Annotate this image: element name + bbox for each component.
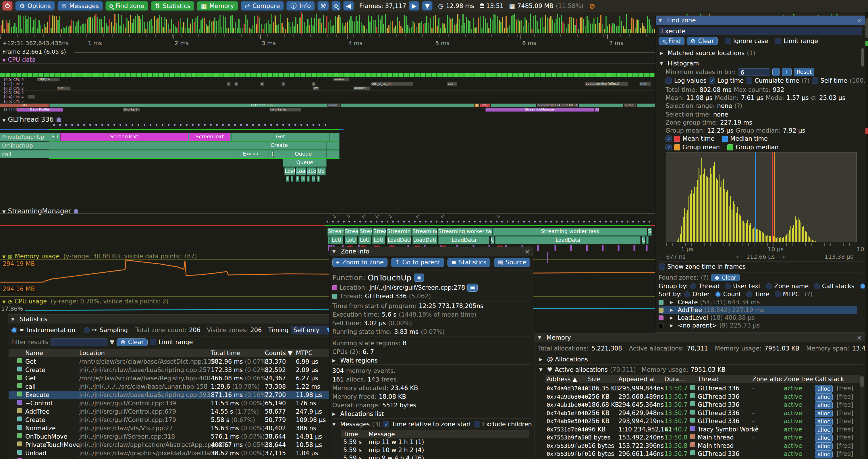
zone-bar[interactable]: c xyxy=(235,82,238,86)
zone-bar[interactable]: audio: xyxy=(328,104,341,107)
zone-bar[interactable]: | xyxy=(291,176,293,182)
zone-bar[interactable]: StreamingManager xyxy=(486,108,595,112)
zone-bar[interactable]: Ti xyxy=(474,104,479,107)
legend-checkbox[interactable] xyxy=(665,135,672,142)
alloc-callstack-button[interactable]: alloc xyxy=(815,434,833,442)
column-header[interactable]: Thread xyxy=(698,376,719,383)
self-time-checkbox[interactable] xyxy=(812,77,818,84)
zone-bar[interactable]: Get xyxy=(231,133,330,141)
table-row[interactable]: PrivateTouchMovejni/../jni/src/claw/appl… xyxy=(9,441,338,449)
zone-bar[interactable]: S! xyxy=(51,133,56,141)
table-row[interactable]: 0x7531d7b04096 KB1:10 234,952,16112:40.7… xyxy=(545,425,862,433)
zone-bar[interactable]: Tra( xyxy=(480,104,490,107)
cpu-usage-header[interactable]: ▼◔CPU usage (y-range: 0.78%, visible dat… xyxy=(2,298,168,305)
message-row[interactable]: 5.59 smip 9 w 4 h 4 (16) xyxy=(341,454,529,459)
alloc-callstack-button[interactable]: alloc xyxy=(815,418,833,426)
table-row[interactable]: OnRedrawjni/../jni/src/claw/application/… xyxy=(9,458,338,459)
zone-bar[interactable]: LoU xyxy=(372,236,385,244)
find-zone-query-input[interactable]: Execute xyxy=(659,27,862,35)
find-zone-scrollbar[interactable] xyxy=(861,48,864,67)
zone-bar[interactable] xyxy=(579,104,623,107)
alloc-callstack-button[interactable]: alloc xyxy=(815,393,833,401)
glthread-header[interactable]: ▼GLThread 336 xyxy=(2,116,61,123)
close-icon[interactable]: × xyxy=(857,17,862,24)
radio-thread[interactable] xyxy=(690,283,696,289)
zone-bar[interactable]: |~ xyxy=(301,176,305,182)
zone-bar[interactable]: audiose xyxy=(353,87,370,90)
options-button[interactable]: ⚙Options xyxy=(15,1,55,11)
find-button[interactable]: Find xyxy=(659,37,684,45)
zone-bar[interactable]: Up xyxy=(316,167,326,175)
radio-order[interactable] xyxy=(684,291,690,297)
cumulate-time-checkbox[interactable] xyxy=(746,77,752,84)
zone-bar[interactable]: auc xyxy=(57,87,71,90)
column-header[interactable]: MTPC xyxy=(296,350,312,357)
active-allocations-section[interactable]: ▼♥ Active allocations(70,311) Memory usa… xyxy=(539,366,725,373)
zone-bar[interactable]: audio.service (effect) xyxy=(585,82,628,86)
zone-bar[interactable]: Strean xyxy=(328,228,344,236)
alloc-callstack-button[interactable]: alloc xyxy=(815,385,833,393)
exclude-children-checkbox[interactable] xyxy=(474,421,480,427)
zone-bar[interactable]: C8(0)Os xyxy=(37,78,60,81)
column-header[interactable]: Name xyxy=(25,350,43,357)
alloc-callstack-button[interactable]: alloc xyxy=(815,409,833,418)
found-zone-row[interactable]: ▶AddTree(18,542) 227.19 ms xyxy=(659,306,857,314)
legend-checkbox[interactable] xyxy=(665,144,672,151)
go-to-parent-button[interactable]: ↑Go to parent xyxy=(391,258,444,267)
memory-table-header[interactable]: Address ▲SizeAppeared atDura…ThreadZone … xyxy=(545,375,861,383)
ignore-case-checkbox[interactable] xyxy=(725,38,731,44)
matched-source-locations[interactable]: ▶Matched source locations(1) xyxy=(660,50,755,57)
allocations-section[interactable]: ▶@ Allocations xyxy=(539,356,588,363)
table-row[interactable]: ~Controljni/../jni/src/guif/Control.cpp:… xyxy=(9,399,338,407)
zone-bar[interactable]: audios xyxy=(333,78,349,81)
table-row[interactable]: Get/mnt/e/claw/src/claw/base/Registry.hp… xyxy=(9,374,338,383)
table-row[interactable]: 0x74a9d37040186.35 KB295,999,844ns13:50.… xyxy=(545,384,862,392)
zone-bar[interactable] xyxy=(646,236,649,244)
column-header[interactable]: Total time xyxy=(211,350,240,357)
zoom-to-zone-button[interactable]: ⌖Zoom to zone xyxy=(332,258,388,267)
table-row[interactable]: 0x74a9d68040256 KB295,668,489ns13:50.7GL… xyxy=(545,393,862,401)
statistics-button[interactable]: ≡Statistics xyxy=(447,258,490,267)
radio-count[interactable] xyxy=(715,291,721,297)
prev-frame-button[interactable]: ◀ xyxy=(343,1,354,11)
find-zone-titlebar[interactable]: ▼Find zone× xyxy=(656,16,865,25)
table-row[interactable]: calljni/../jni/../../../src/claw/base/Lu… xyxy=(9,383,338,391)
frame-dropdown-button[interactable]: ▼ xyxy=(422,1,433,11)
table-row[interactable]: 0x7553b9fbf016 bytes296,661,146ns13:50.7… xyxy=(545,450,862,458)
zone-bar[interactable]: LoadData xyxy=(495,236,641,244)
memory-button[interactable]: ▦Memory xyxy=(197,1,238,11)
funnel-icon[interactable]: ▼ xyxy=(110,339,114,346)
table-row[interactable]: 0x7553b9fa508 bytes153,492,240ns13:50.8M… xyxy=(545,433,862,441)
decrease-button[interactable]: - xyxy=(772,68,779,76)
compare-button[interactable]: ⇄Compare xyxy=(241,1,284,11)
zone-info-titlebar[interactable]: ▼Zone info× xyxy=(330,247,533,256)
zone-bar[interactable]: LoaU xyxy=(296,167,306,175)
log-time-checkbox[interactable] xyxy=(709,77,715,84)
instrumentation-radio[interactable] xyxy=(11,327,17,333)
zone-bar[interactable]: ( xyxy=(307,176,310,182)
zone-bar[interactable]: Strea xyxy=(359,228,373,236)
source-button[interactable]: ▤Source xyxy=(494,258,530,267)
column-header[interactable]: Zone alloc xyxy=(752,376,783,383)
radio-zone-name[interactable] xyxy=(766,283,772,289)
zone-bar[interactable]: LoadDaU xyxy=(412,236,437,244)
column-header[interactable]: Appeared at xyxy=(618,376,655,383)
copy-icon[interactable]: ▣ xyxy=(414,273,424,282)
next-frame-button[interactable]: ▶ xyxy=(409,1,420,11)
zone-bar[interactable]: cds xyxy=(447,82,457,86)
zone-bar[interactable]: Tracy Profiler xyxy=(17,108,63,112)
zone-bar[interactable]: LoU xyxy=(345,236,357,244)
message-row[interactable]: 5.59 smip 10 w 2 h 2 (4) xyxy=(341,446,529,454)
zone-bar[interactable]: | xyxy=(317,176,320,182)
zone-bar[interactable]: Strea xyxy=(373,228,386,236)
copy-icon[interactable]: ▣ xyxy=(467,284,478,292)
clear-button[interactable]: ⊘Clear xyxy=(687,37,718,45)
zone-bar[interactable]: c xyxy=(312,82,316,86)
zone-bar[interactable]: ScreenText xyxy=(189,133,230,141)
zone-bar[interactable]: |~ xyxy=(312,176,315,182)
found-zone-row[interactable]: ▶<no parent>(9) 225.73 µs xyxy=(659,322,857,329)
alloc-callstack-button[interactable]: alloc xyxy=(815,401,833,409)
power-button[interactable] xyxy=(2,1,13,11)
alloc-callstack-button[interactable]: alloc xyxy=(815,442,833,450)
messages-button[interactable]: ✉Messages xyxy=(57,1,103,11)
